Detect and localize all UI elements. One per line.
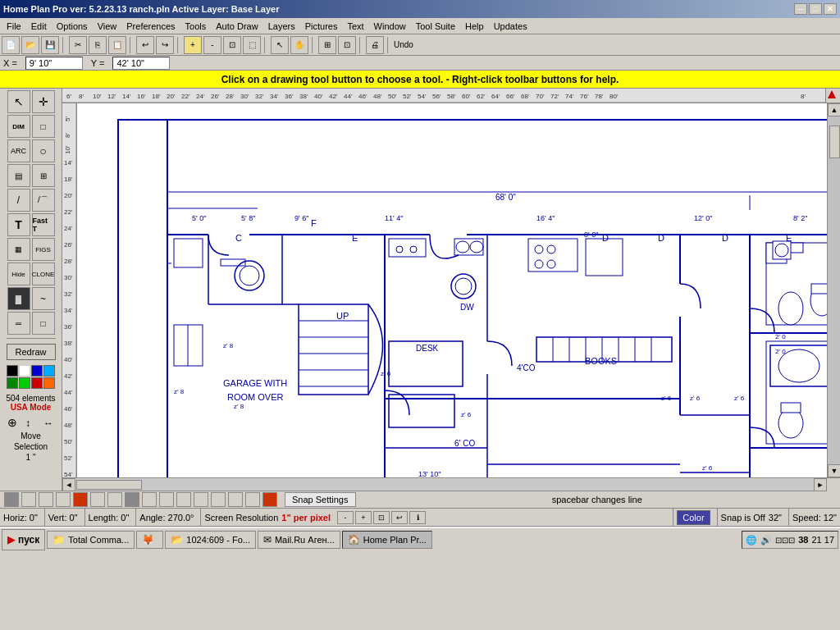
scroll-track-h[interactable] xyxy=(75,479,814,491)
text2-button[interactable]: Fast T xyxy=(32,213,55,236)
snap-btn-10[interactable] xyxy=(159,492,174,507)
snap-btn-15[interactable] xyxy=(245,492,260,507)
select-button[interactable]: ↖ xyxy=(271,36,289,54)
snap-button[interactable]: ⊡ xyxy=(338,36,356,54)
canvas-area[interactable]: GARAGE WITH ROOM OVER 16' DOOR UP DESK D… xyxy=(77,103,827,477)
dimension-button[interactable]: DIM xyxy=(7,115,30,138)
scroll-down-arrow[interactable]: ▼ xyxy=(828,464,840,477)
curve-button[interactable]: ~ xyxy=(32,287,55,310)
menu-edit[interactable]: Edit xyxy=(26,20,52,33)
menu-layers[interactable]: Layers xyxy=(263,20,300,33)
color-lightgreen[interactable] xyxy=(19,377,30,389)
snap-settings-button[interactable]: Snap Settings xyxy=(285,492,356,507)
snap-btn-3[interactable] xyxy=(39,492,53,507)
cut-button[interactable]: ✂ xyxy=(69,36,87,54)
rectangle-button[interactable]: □ xyxy=(32,115,55,138)
color-red[interactable] xyxy=(31,377,43,389)
taskbar-item-2[interactable]: 🦊 xyxy=(136,531,163,549)
color-green[interactable] xyxy=(7,377,18,389)
menu-autodraw[interactable]: Auto Draw xyxy=(211,20,262,33)
snap-btn-7[interactable] xyxy=(107,492,122,507)
menu-text[interactable]: Text xyxy=(342,20,368,33)
snap-btn-9[interactable] xyxy=(142,492,157,507)
new-button[interactable]: 📄 xyxy=(2,36,20,54)
undo-button[interactable]: ↩ xyxy=(136,36,154,54)
arc-button[interactable]: ARC xyxy=(7,139,30,162)
scroll-up-arrow[interactable]: ▲ xyxy=(828,103,840,116)
circle-button[interactable]: ○ xyxy=(32,139,55,162)
scroll-thumb-h[interactable] xyxy=(76,480,142,490)
grid2-button[interactable]: ⊞ xyxy=(32,164,55,187)
print-button[interactable]: 🖨 xyxy=(366,36,384,54)
menu-toolsuite[interactable]: Tool Suite xyxy=(411,20,460,33)
snap-btn-11[interactable] xyxy=(176,492,191,507)
menu-pictures[interactable]: Pictures xyxy=(300,20,343,33)
snap-btn-14[interactable] xyxy=(228,492,243,507)
color-button[interactable]: Color xyxy=(677,510,710,525)
taskbar-item-3[interactable]: 📂 1024:609 - Fo... xyxy=(165,531,256,549)
open-button[interactable]: 📂 xyxy=(21,36,39,54)
menu-file[interactable]: File xyxy=(2,20,26,33)
maximize-button[interactable]: □ xyxy=(809,3,822,15)
snap-btn-13[interactable] xyxy=(211,492,226,507)
zoom-info-btn[interactable]: ℹ xyxy=(409,511,426,524)
snap-btn-16[interactable] xyxy=(262,492,277,507)
zoom-prev-btn[interactable]: ↩ xyxy=(391,511,408,524)
zoom-fit-button[interactable]: ⊡ xyxy=(223,36,241,54)
hide-button[interactable]: Hide xyxy=(7,262,30,285)
taskbar-item-5[interactable]: 🏠 Home Plan Pr... xyxy=(342,531,432,549)
scroll-left-arrow[interactable]: ◄ xyxy=(62,478,75,491)
close-button[interactable]: ✕ xyxy=(824,3,837,15)
figs-button[interactable]: FIGS xyxy=(32,238,55,261)
zoom-fit-btn2[interactable]: ⊡ xyxy=(373,511,390,524)
right-scrollbar[interactable]: ▲ ▼ xyxy=(827,103,840,477)
grid-button[interactable]: ⊞ xyxy=(318,36,336,54)
menu-tools[interactable]: Tools xyxy=(180,20,212,33)
text-button[interactable]: T xyxy=(7,213,30,236)
start-button[interactable]: ▶ пуск xyxy=(2,529,45,550)
poly-button[interactable]: /⌒ xyxy=(32,189,55,212)
color-blue[interactable] xyxy=(31,365,43,377)
line-button[interactable]: / xyxy=(7,189,30,212)
pan-button[interactable]: ✋ xyxy=(290,36,308,54)
hatch-button[interactable]: ▦ xyxy=(7,238,30,261)
redraw-button[interactable]: Redraw xyxy=(7,344,56,360)
snap-btn-8[interactable] xyxy=(125,492,139,507)
select-cross-button[interactable]: ✛ xyxy=(32,90,55,113)
snap-btn-1[interactable] xyxy=(4,492,19,507)
scroll-right-arrow[interactable]: ► xyxy=(814,478,827,491)
select-arrow-button[interactable]: ↖ xyxy=(7,90,30,113)
snap-btn-2[interactable] xyxy=(21,492,36,507)
menu-window[interactable]: Window xyxy=(369,20,411,33)
minimize-button[interactable]: ─ xyxy=(794,3,807,15)
menu-updates[interactable]: Updates xyxy=(489,20,532,33)
scroll-thumb-v[interactable] xyxy=(829,126,840,158)
polygon-button[interactable]: □ xyxy=(32,312,55,335)
zoom-in-button[interactable]: + xyxy=(184,36,202,54)
fill-button[interactable]: ▓ xyxy=(7,287,30,310)
color-black[interactable] xyxy=(7,365,18,377)
paste-button[interactable]: 📋 xyxy=(108,36,126,54)
zoom-minus-btn[interactable]: - xyxy=(337,511,354,524)
snap-btn-5[interactable] xyxy=(73,492,88,507)
dbl-line-button[interactable]: ═ xyxy=(7,312,30,335)
y-field[interactable] xyxy=(112,57,170,70)
wall-button[interactable]: ▤ xyxy=(7,164,30,187)
clone-button[interactable]: CLONE xyxy=(32,262,55,285)
copy-button[interactable]: ⎘ xyxy=(89,36,107,54)
menu-preferences[interactable]: Preferences xyxy=(121,20,180,33)
color-lightblue[interactable] xyxy=(43,365,55,377)
color-white[interactable] xyxy=(19,365,30,377)
menu-help[interactable]: Help xyxy=(460,20,489,33)
taskbar-item-1[interactable]: 📁 Total Comma... xyxy=(47,531,135,549)
taskbar-item-4[interactable]: ✉ Mail.Ru Аген... xyxy=(258,531,340,549)
zoom-window-button[interactable]: ⬚ xyxy=(243,36,261,54)
snap-btn-12[interactable] xyxy=(194,492,208,507)
zoom-out-button[interactable]: - xyxy=(203,36,221,54)
menu-options[interactable]: Options xyxy=(52,20,93,33)
save-button[interactable]: 💾 xyxy=(41,36,59,54)
color-orange[interactable] xyxy=(43,377,55,389)
menu-view[interactable]: View xyxy=(93,20,122,33)
snap-btn-4[interactable] xyxy=(56,492,71,507)
redo-button[interactable]: ↪ xyxy=(156,36,174,54)
